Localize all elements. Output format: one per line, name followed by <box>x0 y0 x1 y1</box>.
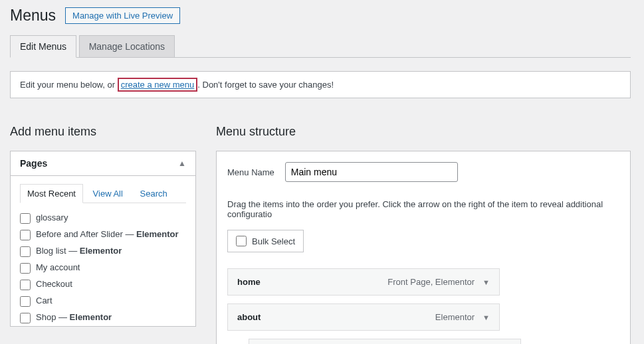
pages-postbox-header[interactable]: Pages ▲ <box>11 151 195 176</box>
page-title: Menus <box>10 7 56 25</box>
pages-subtabs: Most Recent View All Search <box>20 184 186 203</box>
create-new-menu-link[interactable]: create a new menu <box>121 80 195 90</box>
page-checkbox[interactable] <box>20 246 31 257</box>
subtab-search[interactable]: Search <box>133 184 175 203</box>
manage-live-preview-button[interactable]: Manage with Live Preview <box>65 7 180 24</box>
pages-postbox-title: Pages <box>20 158 47 169</box>
list-item: Cart <box>20 293 181 309</box>
list-item: glossary <box>20 210 181 226</box>
list-item: Checkout <box>20 276 181 293</box>
list-item: Blog list — Elementor <box>20 243 181 260</box>
list-item: Before and After Slider — Elementor <box>20 226 181 243</box>
page-checkbox[interactable] <box>20 213 31 224</box>
menu-name-label: Menu Name <box>227 167 274 177</box>
collapse-icon: ▲ <box>178 159 186 168</box>
add-menu-items-heading: Add menu items <box>10 125 196 139</box>
tab-edit-menus[interactable]: Edit Menus <box>10 35 76 58</box>
menu-name-input[interactable] <box>285 162 458 182</box>
menu-item-type: Elementor <box>435 312 475 322</box>
menu-item-title: about <box>237 312 261 322</box>
notice-text-suffix: . Don't forget to save your changes! <box>197 80 334 90</box>
page-checkbox[interactable] <box>20 263 31 274</box>
page-label: Shop — Elementor <box>36 312 112 322</box>
chevron-down-icon[interactable]: ▼ <box>483 278 490 286</box>
subtab-most-recent[interactable]: Most Recent <box>20 184 83 203</box>
page-label: Before and After Slider — Elementor <box>36 229 179 239</box>
list-item: Shop — Elementor <box>20 309 181 326</box>
page-checkbox[interactable] <box>20 280 31 290</box>
chevron-down-icon[interactable]: ▼ <box>483 313 490 321</box>
menu-structure-heading: Menu structure <box>216 125 631 139</box>
page-checkbox[interactable] <box>20 313 31 323</box>
list-item: My account <box>20 260 181 276</box>
drag-hint-text: Drag the items into the order you prefer… <box>227 199 619 219</box>
nav-tabs: Edit Menus Manage Locations <box>10 35 631 58</box>
pages-postbox: Pages ▲ Most Recent View All Search glos… <box>10 151 196 327</box>
menu-item-title: home <box>237 277 261 287</box>
page-label: glossary <box>36 213 68 222</box>
menu-item-about[interactable]: about Elementor ▼ <box>227 303 500 331</box>
subtab-view-all[interactable]: View All <box>86 184 130 203</box>
page-label: Blog list — Elementor <box>36 246 122 256</box>
menu-structure-panel: Menu Name Drag the items into the order … <box>216 151 631 344</box>
menu-item-type: Front Page, Elementor <box>387 277 475 287</box>
bulk-select-label: Bulk Select <box>252 236 295 246</box>
notice-banner: Edit your menu below, or create a new me… <box>10 71 631 98</box>
tab-manage-locations[interactable]: Manage Locations <box>79 35 175 57</box>
bulk-select-checkbox[interactable] <box>236 236 247 246</box>
page-label: Checkout <box>36 279 72 289</box>
pages-list[interactable]: glossary Before and After Slider — Eleme… <box>20 210 186 326</box>
page-label: My account <box>36 262 80 272</box>
page-label: Cart <box>36 296 53 305</box>
page-checkbox[interactable] <box>20 230 31 240</box>
menu-item-home[interactable]: home Front Page, Elementor ▼ <box>227 268 500 296</box>
menu-item-services[interactable]: services sub item Elementor ▼ <box>249 339 521 344</box>
page-checkbox[interactable] <box>20 296 31 307</box>
notice-text-prefix: Edit your menu below, or <box>20 80 118 90</box>
bulk-select-row[interactable]: Bulk Select <box>227 230 304 252</box>
